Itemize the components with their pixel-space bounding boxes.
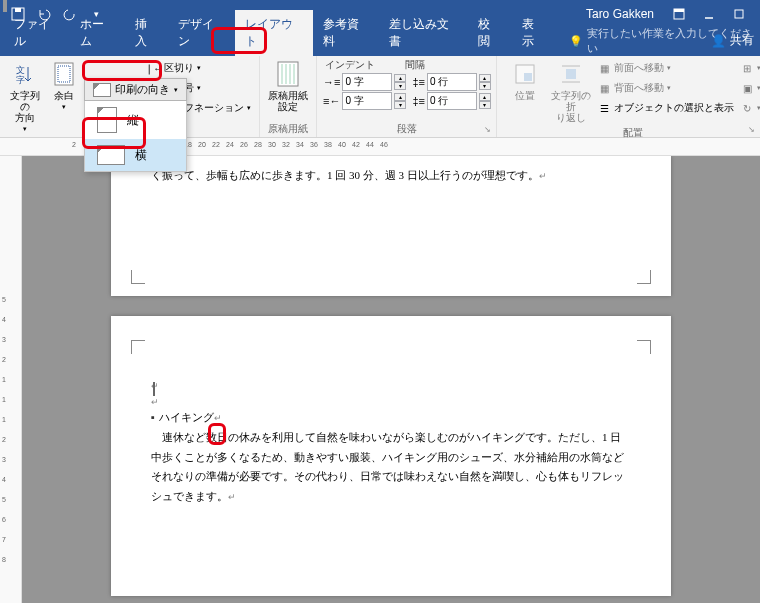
page2-empty-para[interactable] [151, 392, 631, 408]
ruler-tick: 36 [310, 141, 318, 148]
ruler-tick: 6 [2, 516, 6, 523]
lightbulb-icon: 💡 [569, 35, 583, 48]
text-direction-label: 文字列の 方向 [8, 90, 41, 123]
send-backward-button: ▦背面へ移動▾ [595, 78, 736, 98]
page2-body[interactable]: 連休など数日の休みを利用して自然を味わいながら楽しむのがハイキングです。ただし、… [151, 428, 631, 507]
send-backward-icon: ▦ [597, 81, 611, 95]
ribbon: 文字 文字列の 方向 ▾ 余白 ▾ ❘←区切り▾ ≡行番号▾ bcハイフネーショ… [0, 56, 760, 138]
indent-left-field[interactable]: →≡▴▾ [323, 73, 406, 91]
svg-text:文: 文 [16, 65, 25, 75]
orientation-portrait[interactable]: 縦 [85, 101, 186, 139]
spinner-down-icon[interactable]: ▾ [394, 82, 406, 90]
indent-left-input[interactable] [342, 73, 392, 91]
ruler-tick: 2 [72, 141, 76, 148]
tab-layout[interactable]: レイアウト [235, 10, 313, 56]
margins-icon [50, 60, 78, 88]
page2-empty-para[interactable] [151, 376, 631, 392]
svg-rect-17 [566, 69, 576, 79]
svg-text:字: 字 [16, 75, 25, 85]
ruler-tick: 4 [2, 476, 6, 483]
tab-mailings[interactable]: 差し込み文書 [379, 10, 469, 56]
svg-rect-5 [735, 10, 743, 18]
ruler-tick: 40 [338, 141, 346, 148]
ribbon-tabs: ファイル ホーム 挿入 デザイン レイアウト 参考資料 差し込み文書 校閲 表示… [0, 28, 760, 56]
landscape-icon [97, 145, 125, 165]
crop-mark [637, 270, 651, 284]
orientation-icon [93, 83, 111, 97]
orientation-button[interactable]: 印刷の向き ▾ [84, 78, 187, 101]
tab-references[interactable]: 参考資料 [313, 10, 379, 56]
page2-heading[interactable]: ハイキング [151, 408, 631, 428]
page-setup-launcher-icon[interactable]: ↘ [748, 125, 758, 135]
ruler-tick: 1 [2, 376, 6, 383]
group-objects-button: ▣▾ [738, 78, 760, 98]
crop-mark [131, 270, 145, 284]
spacing-before-field[interactable]: ‡≡▴▾ [412, 73, 491, 91]
ruler-tick: 34 [296, 141, 304, 148]
ruler-tick: 32 [282, 141, 290, 148]
orientation-landscape-label: 横 [135, 147, 147, 164]
ruler-tick: 3 [2, 336, 6, 343]
group-arrange: 位置 文字列の折 り返し ▦前面へ移動▾ ▦背面へ移動▾ ☰オブジェクトの選択と… [497, 56, 760, 137]
indent-left-icon: →≡ [323, 76, 340, 88]
ribbon-options-icon[interactable] [664, 2, 694, 26]
spinner-up-icon[interactable]: ▴ [394, 74, 406, 82]
svg-rect-10 [278, 62, 298, 86]
margins-button[interactable]: 余白 ▾ [45, 58, 82, 113]
tab-design[interactable]: デザイン [168, 10, 234, 56]
page-1: く振って、歩幅も広めに歩きます。1 回 30 分、週 3 日以上行うのが理想です… [111, 156, 671, 296]
group-paragraph-label: 段落 [323, 121, 490, 137]
page-2: ハイキング 連休など数日の休みを利用して自然を味わいながら楽しむのがハイキングで… [111, 316, 671, 596]
group-objects-icon: ▣ [740, 81, 754, 95]
wrap-button: 文字列の折 り返し [549, 58, 593, 125]
share-button[interactable]: 👤 共有 [711, 32, 754, 49]
tab-review[interactable]: 校閲 [468, 10, 511, 56]
vertical-ruler[interactable]: 54321112345678 [0, 156, 22, 603]
ruler-tick: 38 [324, 141, 332, 148]
ruler-tick: 2 [2, 436, 6, 443]
ruler-tick: 4 [2, 316, 6, 323]
spacing-after-icon: ‡≡ [412, 95, 425, 107]
crop-mark [637, 340, 651, 354]
paragraph-launcher-icon[interactable]: ↘ [484, 125, 494, 135]
indent-right-input[interactable] [342, 92, 392, 110]
bring-forward-button: ▦前面へ移動▾ [595, 58, 736, 78]
orientation-landscape[interactable]: 横 [85, 139, 186, 171]
bring-forward-label: 前面へ移動 [614, 61, 664, 75]
minimize-icon[interactable] [694, 2, 724, 26]
breaks-button[interactable]: ❘←区切り▾ [145, 58, 253, 78]
position-label: 位置 [515, 90, 535, 101]
indent-right-icon: ≡← [323, 95, 340, 107]
portrait-icon [97, 107, 117, 133]
tab-file[interactable]: ファイル [4, 10, 70, 56]
ruler-tick: 22 [212, 141, 220, 148]
tab-home[interactable]: ホーム [70, 10, 125, 56]
margins-label: 余白 [54, 90, 74, 101]
tab-view[interactable]: 表示 [512, 10, 555, 56]
ruler-tick: 42 [352, 141, 360, 148]
spacing-before-input[interactable] [427, 73, 477, 91]
selection-pane-button[interactable]: ☰オブジェクトの選択と表示 [595, 98, 736, 118]
breaks-label: 区切り [164, 61, 194, 75]
ruler-tick: 8 [2, 556, 6, 563]
tab-insert[interactable]: 挿入 [125, 10, 168, 56]
ruler-tick: 28 [254, 141, 262, 148]
spacing-after-field[interactable]: ‡≡▴▾ [412, 92, 491, 110]
group-manuscript: 原稿用紙 設定 原稿用紙 [260, 56, 317, 137]
manuscript-button[interactable]: 原稿用紙 設定 [266, 58, 310, 114]
indent-heading: インデント [325, 58, 375, 72]
crop-mark [131, 340, 145, 354]
share-icon: 👤 [711, 34, 726, 48]
svg-rect-3 [674, 9, 684, 12]
indent-right-field[interactable]: ≡←▴▾ [323, 92, 406, 110]
send-backward-label: 背面へ移動 [614, 81, 664, 95]
maximize-icon[interactable] [724, 2, 754, 26]
ruler-tick: 5 [2, 296, 6, 303]
manuscript-icon [274, 60, 302, 88]
text-direction-button[interactable]: 文字 文字列の 方向 ▾ [6, 58, 43, 135]
page1-text[interactable]: く振って、歩幅も広めに歩きます。1 回 30 分、週 3 日以上行うのが理想です… [151, 166, 631, 186]
document-canvas[interactable]: く振って、歩幅も広めに歩きます。1 回 30 分、週 3 日以上行うのが理想です… [22, 156, 760, 603]
ruler-tick: 5 [2, 496, 6, 503]
spacing-after-input[interactable] [427, 92, 477, 110]
position-icon [511, 60, 539, 88]
